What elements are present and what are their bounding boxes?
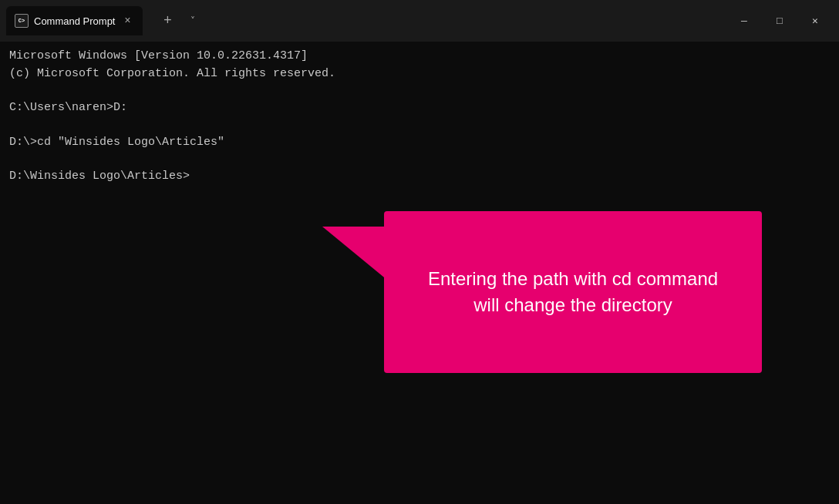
terminal-line-6: D:\>cd "Winsides Logo\Articles" [9, 134, 830, 152]
close-tab-button[interactable]: × [120, 13, 135, 29]
terminal-line-1: Microsoft Windows [Version 10.0.22631.43… [9, 48, 830, 66]
blank-line-2 [9, 117, 830, 134]
dropdown-button[interactable]: ˅ [183, 8, 203, 33]
titlebar-controls: — □ ✕ [726, 8, 833, 33]
terminal-area[interactable]: Microsoft Windows [Version 10.0.22631.43… [0, 42, 839, 504]
cmd-icon [15, 14, 29, 28]
window-icon [14, 13, 29, 29]
titlebar-actions: + ˅ [155, 8, 203, 33]
titlebar-left: Command Prompt × + ˅ [6, 6, 726, 35]
close-button[interactable]: ✕ [797, 8, 833, 33]
terminal-line-4: C:\Users\naren>D: [9, 99, 830, 117]
callout-text: Entering the path with cd command will c… [415, 266, 731, 318]
tab-title: Command Prompt [34, 15, 115, 27]
active-tab[interactable]: Command Prompt × [6, 6, 143, 35]
terminal-line-8: D:\Winsides Logo\Articles> [9, 168, 830, 186]
maximize-button[interactable]: □ [762, 8, 797, 33]
cmd-window: Command Prompt × + ˅ — □ ✕ Microsoft Win… [0, 0, 839, 504]
blank-line-1 [9, 82, 830, 99]
terminal-line-2: (c) Microsoft Corporation. All rights re… [9, 66, 830, 83]
titlebar: Command Prompt × + ˅ — □ ✕ [0, 0, 839, 42]
callout-box: Entering the path with cd command will c… [384, 211, 762, 373]
new-tab-button[interactable]: + [155, 8, 180, 33]
minimize-button[interactable]: — [726, 8, 762, 33]
blank-line-3 [9, 151, 830, 168]
annotation-container: Entering the path with cd command will c… [384, 211, 762, 373]
